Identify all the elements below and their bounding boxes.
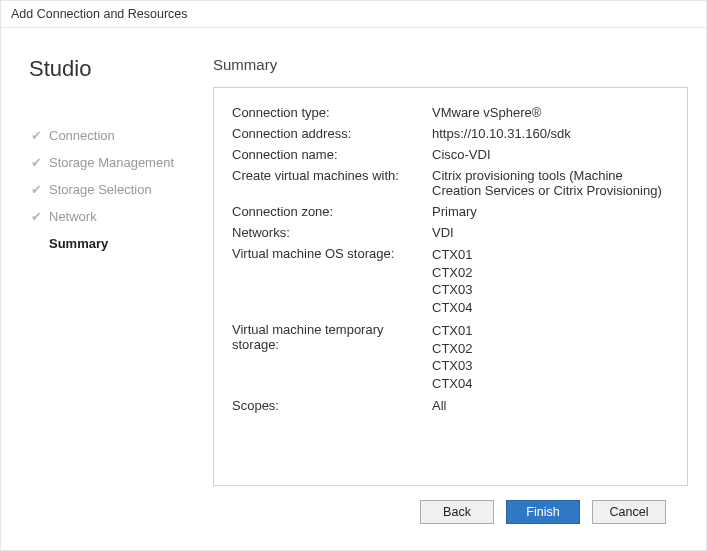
check-icon: ✔ <box>29 209 43 224</box>
storage-item: CTX02 <box>432 264 669 282</box>
row-connection-address: Connection address: https://10.10.31.160… <box>232 123 669 144</box>
field-value: All <box>432 398 669 413</box>
sidebar: Studio ✔ Connection ✔ Storage Management… <box>19 46 199 542</box>
check-icon: ✔ <box>29 155 43 170</box>
finish-button[interactable]: Finish <box>506 500 580 524</box>
row-connection-name: Connection name: Cisco-VDI <box>232 144 669 165</box>
step-label: Summary <box>49 236 108 251</box>
field-value: https://10.10.31.160/sdk <box>432 126 669 141</box>
step-storage-management[interactable]: ✔ Storage Management <box>29 149 199 176</box>
step-label: Connection <box>49 128 115 143</box>
cancel-button[interactable]: Cancel <box>592 500 666 524</box>
storage-item: CTX04 <box>432 375 669 393</box>
wizard-footer: Back Finish Cancel <box>213 486 688 542</box>
field-label: Connection name: <box>232 147 432 162</box>
row-connection-type: Connection type: VMware vSphere® <box>232 102 669 123</box>
field-value: Primary <box>432 204 669 219</box>
storage-item: CTX02 <box>432 340 669 358</box>
row-temp-storage: Virtual machine temporary storage: CTX01… <box>232 319 669 395</box>
field-value: VMware vSphere® <box>432 105 669 120</box>
field-label: Virtual machine OS storage: <box>232 246 432 261</box>
storage-item: CTX01 <box>432 246 669 264</box>
window-title: Add Connection and Resources <box>1 1 706 28</box>
storage-item: CTX03 <box>432 357 669 375</box>
field-value-list: CTX01 CTX02 CTX03 CTX04 <box>432 322 669 392</box>
storage-item: CTX03 <box>432 281 669 299</box>
field-value-list: CTX01 CTX02 CTX03 CTX04 <box>432 246 669 316</box>
summary-panel: Connection type: VMware vSphere® Connect… <box>213 87 688 486</box>
field-label: Virtual machine temporary storage: <box>232 322 432 352</box>
check-icon: ✔ <box>29 128 43 143</box>
step-label: Storage Selection <box>49 182 152 197</box>
storage-item: CTX04 <box>432 299 669 317</box>
step-label: Network <box>49 209 97 224</box>
page-title: Summary <box>213 56 688 73</box>
field-label: Connection address: <box>232 126 432 141</box>
field-label: Connection zone: <box>232 204 432 219</box>
storage-item: CTX01 <box>432 322 669 340</box>
field-label: Connection type: <box>232 105 432 120</box>
row-connection-zone: Connection zone: Primary <box>232 201 669 222</box>
field-label: Scopes: <box>232 398 432 413</box>
main-content: Summary Connection type: VMware vSphere®… <box>199 46 688 542</box>
step-summary[interactable]: ✔ Summary <box>29 230 199 257</box>
back-button[interactable]: Back <box>420 500 494 524</box>
brand-title: Studio <box>29 56 199 82</box>
row-networks: Networks: VDI <box>232 222 669 243</box>
row-create-vm-with: Create virtual machines with: Citrix pro… <box>232 165 669 201</box>
row-scopes: Scopes: All <box>232 395 669 416</box>
step-storage-selection[interactable]: ✔ Storage Selection <box>29 176 199 203</box>
row-os-storage: Virtual machine OS storage: CTX01 CTX02 … <box>232 243 669 319</box>
field-label: Networks: <box>232 225 432 240</box>
check-icon: ✔ <box>29 182 43 197</box>
wizard-window: Add Connection and Resources Studio ✔ Co… <box>0 0 707 551</box>
step-network[interactable]: ✔ Network <box>29 203 199 230</box>
field-value: Cisco-VDI <box>432 147 669 162</box>
step-label: Storage Management <box>49 155 174 170</box>
wizard-steps: ✔ Connection ✔ Storage Management ✔ Stor… <box>29 122 199 257</box>
step-connection[interactable]: ✔ Connection <box>29 122 199 149</box>
field-value: Citrix provisioning tools (Machine Creat… <box>432 168 669 198</box>
field-label: Create virtual machines with: <box>232 168 432 183</box>
field-value: VDI <box>432 225 669 240</box>
window-body: Studio ✔ Connection ✔ Storage Management… <box>1 28 706 550</box>
